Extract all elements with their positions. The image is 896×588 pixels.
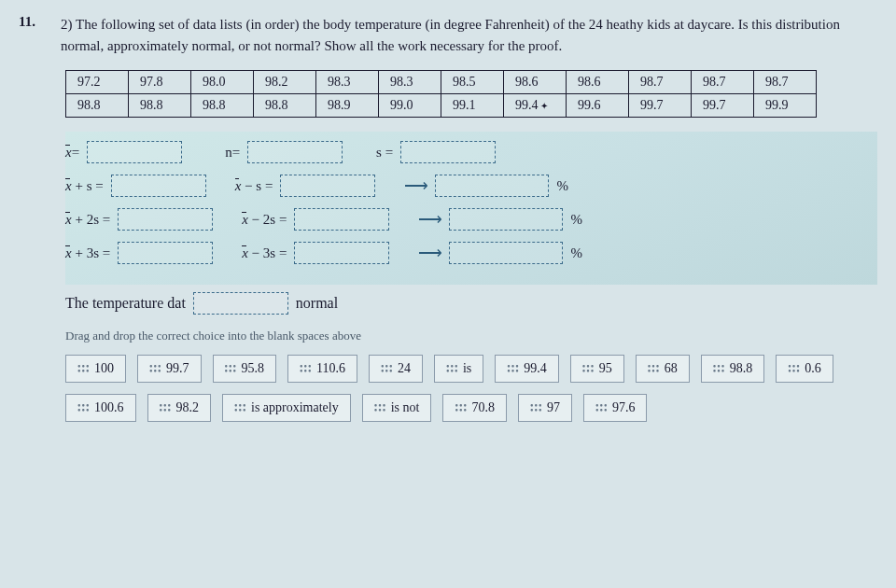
table-cell: 99.4 ✦	[504, 94, 567, 118]
n-label: n=	[225, 145, 240, 161]
drag-handle-icon: ••••••	[234, 403, 244, 413]
table-cell: 98.2	[254, 71, 316, 94]
choice-chip[interactable]: ••••••98.8	[701, 355, 765, 383]
drag-handle-icon: ••••••	[446, 364, 455, 373]
drag-handle-icon: ••••••	[507, 364, 516, 373]
line-3s: x + 3s = x − 3s = ⟶ %	[65, 242, 877, 264]
blank-plus-2s[interactable]	[118, 208, 213, 231]
table-row: 98.898.898.898.898.999.099.199.4 ✦99.699…	[66, 94, 817, 118]
choice-label: 100.6	[94, 400, 124, 415]
choices-container: ••••••100••••••99.7••••••95.8••••••110.6…	[65, 355, 859, 422]
table-cell: 98.3	[379, 71, 441, 94]
blank-pct-2s[interactable]	[449, 208, 563, 231]
choice-chip[interactable]: ••••••68	[636, 355, 690, 383]
blank-plus-s[interactable]	[111, 175, 206, 197]
arrow-icon: ⟶	[418, 243, 441, 263]
choice-chip[interactable]: ••••••0.6	[776, 355, 833, 383]
drag-handle-icon: ••••••	[455, 403, 464, 413]
plus-2s-label: x + 2s =	[65, 212, 110, 228]
choice-label: 99.4	[524, 361, 547, 376]
calc-area: x= n= s = x + s = x − s = ⟶ % x + 2s = x…	[65, 132, 877, 285]
conclusion-pre: The temperature dat	[65, 295, 186, 312]
blank-minus-3s[interactable]	[294, 242, 389, 264]
drag-handle-icon: ••••••	[160, 403, 169, 413]
choice-chip[interactable]: ••••••is not	[362, 394, 432, 422]
s-label: s =	[376, 145, 393, 161]
table-cell: 98.6	[567, 71, 629, 94]
instruction-text: Drag and drop the correct choice into th…	[65, 329, 877, 343]
blank-n[interactable]	[247, 141, 343, 163]
table-cell: 98.6	[504, 71, 567, 94]
choice-chip[interactable]: ••••••100.6	[65, 394, 136, 422]
minus-2s-label: x − 2s =	[242, 212, 287, 228]
question-number: 11.	[19, 14, 37, 56]
blank-plus-3s[interactable]	[118, 242, 213, 264]
drag-handle-icon: ••••••	[225, 364, 234, 373]
drag-handle-icon: ••••••	[713, 364, 722, 373]
choice-chip[interactable]: ••••••99.7	[137, 355, 202, 383]
percent-label: %	[556, 178, 568, 194]
percent-label: %	[570, 245, 582, 261]
choice-label: 95	[599, 361, 612, 376]
choice-label: 97	[547, 400, 560, 415]
choice-chip[interactable]: ••••••100	[65, 355, 126, 383]
table-cell: 98.0	[191, 71, 254, 94]
table-cell: 98.9	[316, 94, 379, 118]
table-cell: 98.8	[66, 94, 129, 118]
choice-label: 97.6	[612, 400, 636, 415]
choice-chip[interactable]: ••••••99.4	[495, 355, 559, 383]
choice-label: 99.7	[166, 361, 189, 376]
drag-handle-icon: ••••••	[788, 364, 797, 373]
minus-3s-label: x − 3s =	[242, 245, 287, 261]
choice-chip[interactable]: ••••••95	[570, 355, 624, 383]
drag-handle-icon: ••••••	[300, 364, 309, 373]
table-cell: 98.5	[441, 71, 504, 94]
choice-label: 95.8	[242, 361, 265, 376]
choice-chip[interactable]: ••••••110.6	[287, 355, 357, 383]
drag-handle-icon: ••••••	[77, 364, 87, 373]
choice-label: is not	[391, 400, 420, 415]
choice-label: 70.8	[471, 400, 495, 415]
table-cell: 99.0	[379, 94, 441, 118]
table-cell: 98.8	[191, 94, 254, 118]
choice-label: is approximately	[251, 400, 339, 415]
table-cell: 99.6	[567, 94, 629, 118]
blank-minus-s[interactable]	[280, 175, 375, 197]
choice-chip[interactable]: ••••••is approximately	[222, 394, 351, 422]
minus-s-label: x − s =	[235, 178, 273, 194]
table-cell: 99.7	[692, 94, 754, 118]
table-cell: 99.1	[441, 94, 504, 118]
blank-s[interactable]	[400, 141, 496, 163]
choice-chip[interactable]: ••••••97.6	[583, 394, 648, 422]
xbar-label: x=	[65, 145, 79, 161]
choice-chip[interactable]: ••••••is	[434, 355, 483, 383]
drag-handle-icon: ••••••	[374, 403, 384, 413]
plus-3s-label: x + 3s =	[65, 245, 110, 261]
line-1s: x + s = x − s = ⟶ %	[65, 175, 877, 197]
conclusion-post: normal	[296, 295, 338, 312]
choice-chip[interactable]: ••••••70.8	[442, 394, 507, 422]
choice-chip[interactable]: ••••••24	[369, 355, 423, 383]
blank-xbar[interactable]	[87, 141, 182, 163]
drag-handle-icon: ••••••	[530, 403, 539, 413]
question-row: 11. 2) The following set of data lists (…	[19, 14, 877, 56]
blank-pct-3s[interactable]	[449, 242, 563, 264]
table-cell: 98.7	[692, 71, 754, 94]
choice-chip[interactable]: ••••••95.8	[213, 355, 277, 383]
cursor-icon: ✦	[539, 101, 549, 111]
choice-label: 98.2	[176, 400, 200, 415]
arrow-icon: ⟶	[404, 175, 427, 196]
drag-handle-icon: ••••••	[149, 364, 159, 373]
choice-label: 98.8	[730, 361, 753, 376]
data-table: 97.297.898.098.298.398.398.598.698.698.7…	[65, 70, 817, 118]
blank-minus-2s[interactable]	[294, 208, 389, 231]
blank-pct-1s[interactable]	[435, 175, 549, 197]
table-cell: 97.2	[66, 71, 129, 94]
choice-chip[interactable]: ••••••97	[518, 394, 572, 422]
blank-conclusion[interactable]	[193, 292, 288, 315]
table-cell: 98.3	[316, 71, 379, 94]
drag-handle-icon: ••••••	[648, 364, 657, 373]
choice-label: 100	[94, 361, 114, 376]
choice-chip[interactable]: ••••••98.2	[147, 394, 212, 422]
table-cell: 99.7	[629, 94, 692, 118]
